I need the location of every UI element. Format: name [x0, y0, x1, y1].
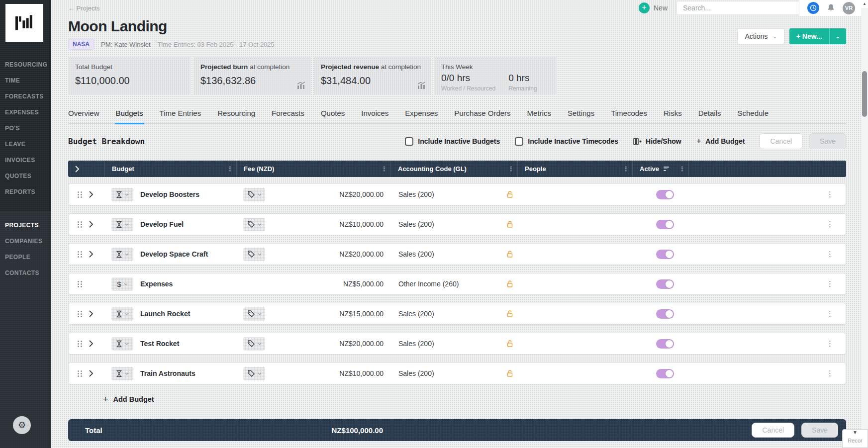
accounting-code[interactable]: Other Income (260)	[398, 280, 459, 288]
tab-metrics[interactable]: Metrics	[527, 109, 551, 123]
checkbox-icon[interactable]	[515, 137, 523, 146]
chart-icon[interactable]	[417, 82, 426, 91]
notifications-bell-icon[interactable]	[827, 3, 835, 12]
drag-handle-icon[interactable]	[78, 370, 82, 377]
column-menu-icon[interactable]: ⋮	[508, 165, 514, 173]
accounting-code[interactable]: Sales (200)	[398, 190, 434, 198]
column-budget[interactable]: Budget ⋮	[105, 161, 237, 177]
include-inactive-budgets-checkbox[interactable]: Include Inactive Budgets	[405, 137, 500, 146]
expand-chevron-icon[interactable]	[89, 191, 94, 198]
tab-expenses[interactable]: Expenses	[405, 109, 438, 123]
scroll-up-arrow[interactable]: ▲	[861, 0, 868, 8]
expand-chevron-icon[interactable]	[89, 221, 94, 228]
column-menu-icon[interactable]: ⋮	[227, 165, 233, 173]
budget-name[interactable]: Develop Boosters	[140, 190, 199, 198]
expand-chevron-icon[interactable]	[89, 340, 94, 347]
budget-type-dropdown[interactable]: $	[111, 337, 133, 351]
active-toggle[interactable]	[656, 220, 674, 229]
drag-handle-icon[interactable]	[78, 251, 82, 258]
budget-fee[interactable]: NZ$20,000.00	[265, 250, 384, 258]
row-menu-icon[interactable]: ⋮	[826, 190, 834, 199]
budget-fee[interactable]: NZ$15,000.00	[265, 310, 384, 318]
budget-fee[interactable]: NZ$20,000.00	[265, 190, 384, 198]
budget-type-dropdown[interactable]: $	[111, 307, 133, 321]
drag-handle-icon[interactable]	[78, 191, 82, 198]
column-fee[interactable]: Fee (NZD) ⋮	[237, 161, 391, 177]
column-menu-icon[interactable]: ⋮	[381, 165, 387, 173]
accounting-code[interactable]: Sales (200)	[398, 220, 434, 228]
tag-dropdown[interactable]	[243, 188, 265, 201]
sidebar-item-quotes[interactable]: QUOTES	[0, 168, 51, 184]
budget-name[interactable]: Develop Fuel	[140, 220, 184, 228]
tab-overview[interactable]: Overview	[68, 109, 99, 123]
tag-dropdown[interactable]	[243, 248, 265, 261]
tab-timecodes[interactable]: Timecodes	[611, 109, 647, 123]
active-toggle[interactable]	[656, 339, 674, 349]
cancel-button[interactable]: Cancel	[752, 423, 794, 438]
budget-type-dropdown[interactable]: $	[111, 218, 133, 231]
scrollbar-thumb[interactable]	[862, 71, 867, 117]
drag-handle-icon[interactable]	[78, 311, 82, 317]
tab-quotes[interactable]: Quotes	[321, 109, 345, 123]
active-toggle[interactable]	[656, 250, 674, 259]
budget-type-dropdown[interactable]: $	[111, 188, 133, 201]
accounting-code[interactable]: Sales (200)	[398, 310, 434, 318]
row-menu-icon[interactable]: ⋮	[826, 339, 834, 348]
active-toggle[interactable]	[656, 190, 674, 199]
actions-button[interactable]: Actions ⌄	[737, 28, 784, 44]
budget-name[interactable]: Train Astronauts	[140, 369, 195, 377]
expand-chevron-icon[interactable]	[89, 251, 94, 258]
include-inactive-timecodes-checkbox[interactable]: Include Inactive Timecodes	[515, 137, 618, 146]
sidebar-item-resourcing[interactable]: RESOURCING	[0, 57, 51, 73]
new-menu-button[interactable]: + New... ⌄	[789, 28, 846, 44]
accounting-code[interactable]: Sales (200)	[398, 369, 434, 377]
sidebar-item-forecasts[interactable]: FORECASTS	[0, 89, 51, 104]
quick-new-button[interactable]: + New	[639, 2, 668, 13]
tab-settings[interactable]: Settings	[568, 109, 594, 123]
row-menu-icon[interactable]: ⋮	[826, 369, 834, 378]
checkbox-icon[interactable]	[405, 137, 413, 146]
column-menu-icon[interactable]: ⋮	[679, 165, 685, 173]
active-toggle[interactable]	[656, 279, 674, 289]
tab-risks[interactable]: Risks	[664, 109, 682, 123]
tab-details[interactable]: Details	[698, 109, 721, 123]
sidebar-item-contacts[interactable]: CONTACTS	[0, 265, 51, 281]
sidebar-item-companies[interactable]: COMPANIES	[0, 233, 51, 249]
timer-clock-icon[interactable]	[807, 2, 819, 14]
budget-fee[interactable]: NZ$5,000.00	[265, 280, 384, 288]
avatar[interactable]: VR	[843, 2, 855, 14]
sidebar-item-leave[interactable]: LEAVE	[0, 136, 51, 152]
tab-invoices[interactable]: Invoices	[361, 109, 388, 123]
save-button[interactable]: Save	[801, 423, 838, 438]
sidebar-item-po-s[interactable]: PO'S	[0, 120, 51, 136]
chart-icon[interactable]	[296, 82, 306, 91]
accounting-code[interactable]: Sales (200)	[398, 250, 434, 258]
drag-handle-icon[interactable]	[78, 341, 82, 347]
hide-show-button[interactable]: Hide/Show	[633, 137, 681, 145]
settings-gear-icon[interactable]: ⚙	[13, 416, 31, 434]
sidebar-item-projects[interactable]: PROJECTS	[0, 217, 51, 233]
row-menu-icon[interactable]: ⋮	[826, 250, 834, 259]
budget-type-dropdown[interactable]: $	[111, 367, 133, 380]
column-people[interactable]: People ⋮	[518, 161, 633, 177]
budget-fee[interactable]: NZ$10,000.00	[265, 369, 384, 377]
budget-name[interactable]: Test Rocket	[140, 340, 179, 348]
add-budget-link[interactable]: + Add Budget	[103, 392, 846, 406]
column-menu-icon[interactable]: ⋮	[623, 165, 629, 173]
expand-chevron-icon[interactable]	[89, 370, 94, 377]
tab-schedule[interactable]: Schedule	[738, 109, 769, 123]
tab-resourcing[interactable]: Resourcing	[217, 109, 255, 123]
search-input[interactable]	[676, 1, 799, 15]
row-menu-icon[interactable]: ⋮	[826, 309, 834, 318]
budget-type-dropdown[interactable]: $	[111, 277, 133, 291]
tab-time-entries[interactable]: Time Entries	[160, 109, 201, 123]
save-button[interactable]: Save	[809, 133, 846, 149]
row-menu-icon[interactable]: ⋮	[826, 279, 834, 288]
active-toggle[interactable]	[656, 369, 674, 378]
tag-dropdown[interactable]	[243, 307, 265, 321]
vertical-scrollbar[interactable]: ▲ ▼	[861, 0, 868, 448]
tag-dropdown[interactable]	[243, 367, 265, 380]
budget-name[interactable]: Launch Rocket	[140, 310, 190, 318]
drag-handle-icon[interactable]	[78, 221, 82, 228]
expand-chevron-icon[interactable]	[89, 310, 94, 317]
